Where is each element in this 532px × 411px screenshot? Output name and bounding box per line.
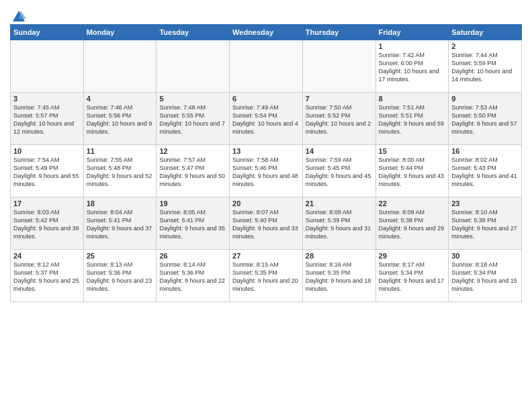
day-info: Sunrise: 8:18 AMSunset: 5:34 PMDaylight:… [451, 261, 519, 293]
day-info: Sunrise: 8:13 AMSunset: 5:36 PMDaylight:… [87, 261, 154, 293]
day-number: 8 [379, 95, 446, 103]
calendar-table: SundayMondayTuesdayWednesdayThursdayFrid… [10, 24, 522, 302]
calendar-cell [83, 40, 157, 93]
day-number: 7 [306, 95, 373, 103]
day-info: Sunrise: 8:10 AMSunset: 5:38 PMDaylight:… [451, 208, 519, 241]
header [10, 7, 522, 21]
calendar-week-row: 3Sunrise: 7:45 AMSunset: 5:57 PMDaylight… [11, 93, 522, 145]
day-info: Sunrise: 8:05 AMSunset: 5:41 PMDaylight:… [159, 208, 226, 241]
day-number: 4 [87, 95, 154, 103]
calendar-cell: 25Sunrise: 8:13 AMSunset: 5:36 PMDayligh… [83, 250, 157, 302]
calendar-cell: 1Sunrise: 7:42 AMSunset: 6:00 PMDaylight… [375, 40, 449, 93]
calendar-cell: 6Sunrise: 7:49 AMSunset: 5:54 PMDaylight… [230, 93, 303, 145]
calendar-cell: 15Sunrise: 8:00 AMSunset: 5:44 PMDayligh… [375, 145, 449, 197]
day-info: Sunrise: 7:51 AMSunset: 5:51 PMDaylight:… [379, 103, 446, 136]
day-info: Sunrise: 7:49 AMSunset: 5:54 PMDaylight:… [232, 103, 300, 136]
day-number: 30 [451, 252, 519, 260]
day-number: 9 [451, 95, 519, 103]
day-info: Sunrise: 7:44 AMSunset: 5:59 PMDaylight:… [451, 51, 519, 84]
calendar-cell [230, 40, 303, 93]
calendar-cell: 5Sunrise: 7:48 AMSunset: 5:55 PMDaylight… [157, 93, 230, 145]
calendar-week-row: 1Sunrise: 7:42 AMSunset: 6:00 PMDaylight… [11, 40, 522, 93]
day-info: Sunrise: 7:42 AMSunset: 6:00 PMDaylight:… [379, 51, 446, 84]
calendar-cell: 28Sunrise: 8:16 AMSunset: 5:35 PMDayligh… [302, 250, 375, 302]
day-info: Sunrise: 7:58 AMSunset: 5:46 PMDaylight:… [232, 156, 300, 189]
calendar-cell: 24Sunrise: 8:12 AMSunset: 5:37 PMDayligh… [11, 250, 84, 302]
calendar-cell: 30Sunrise: 8:18 AMSunset: 5:34 PMDayligh… [449, 250, 522, 302]
day-info: Sunrise: 8:15 AMSunset: 5:35 PMDaylight:… [232, 261, 300, 293]
day-number: 12 [159, 147, 226, 155]
day-info: Sunrise: 8:07 AMSunset: 5:40 PMDaylight:… [232, 208, 300, 241]
weekday-header-friday: Friday [375, 25, 449, 40]
day-info: Sunrise: 7:55 AMSunset: 5:48 PMDaylight:… [87, 156, 154, 189]
day-number: 13 [232, 147, 300, 155]
calendar-cell: 29Sunrise: 8:17 AMSunset: 5:34 PMDayligh… [375, 250, 449, 302]
weekday-header-thursday: Thursday [302, 25, 375, 40]
calendar-cell: 13Sunrise: 7:58 AMSunset: 5:46 PMDayligh… [230, 145, 303, 197]
day-info: Sunrise: 8:03 AMSunset: 5:42 PMDaylight:… [13, 208, 81, 241]
day-number: 15 [379, 147, 446, 155]
day-info: Sunrise: 7:53 AMSunset: 5:50 PMDaylight:… [451, 103, 519, 136]
day-number: 16 [451, 147, 519, 155]
calendar-cell: 22Sunrise: 8:09 AMSunset: 5:38 PMDayligh… [375, 197, 449, 250]
calendar-cell: 14Sunrise: 7:59 AMSunset: 5:45 PMDayligh… [302, 145, 375, 197]
day-number: 2 [451, 42, 519, 50]
day-info: Sunrise: 8:16 AMSunset: 5:35 PMDaylight:… [306, 261, 373, 293]
day-info: Sunrise: 7:54 AMSunset: 5:49 PMDaylight:… [13, 156, 81, 189]
day-number: 14 [306, 147, 373, 155]
calendar-cell: 11Sunrise: 7:55 AMSunset: 5:48 PMDayligh… [83, 145, 157, 197]
day-number: 26 [159, 252, 226, 260]
day-number: 21 [306, 199, 373, 208]
calendar-cell: 2Sunrise: 7:44 AMSunset: 5:59 PMDaylight… [449, 40, 522, 93]
weekday-header-saturday: Saturday [449, 25, 522, 40]
day-number: 22 [379, 199, 446, 208]
day-number: 6 [232, 95, 300, 103]
day-number: 19 [159, 199, 226, 208]
day-info: Sunrise: 8:02 AMSunset: 5:43 PMDaylight:… [451, 156, 519, 189]
calendar-cell: 9Sunrise: 7:53 AMSunset: 5:50 PMDaylight… [449, 93, 522, 145]
day-number: 3 [13, 95, 81, 103]
day-number: 1 [379, 42, 446, 50]
day-info: Sunrise: 7:45 AMSunset: 5:57 PMDaylight:… [13, 103, 81, 136]
day-info: Sunrise: 8:17 AMSunset: 5:34 PMDaylight:… [379, 261, 446, 293]
day-number: 11 [87, 147, 154, 155]
calendar-cell [157, 40, 230, 93]
svg-marker-1 [19, 11, 26, 19]
calendar-cell [302, 40, 375, 93]
day-number: 27 [232, 252, 300, 260]
weekday-header-sunday: Sunday [11, 25, 84, 40]
calendar-cell: 17Sunrise: 8:03 AMSunset: 5:42 PMDayligh… [11, 197, 84, 250]
day-number: 23 [451, 199, 519, 208]
calendar-cell [11, 40, 84, 93]
page-container: SundayMondayTuesdayWednesdayThursdayFrid… [0, 0, 532, 306]
calendar-week-row: 24Sunrise: 8:12 AMSunset: 5:37 PMDayligh… [11, 250, 522, 302]
day-info: Sunrise: 8:14 AMSunset: 5:36 PMDaylight:… [159, 261, 226, 293]
day-info: Sunrise: 8:09 AMSunset: 5:38 PMDaylight:… [379, 208, 446, 241]
day-number: 28 [306, 252, 373, 260]
calendar-cell: 10Sunrise: 7:54 AMSunset: 5:49 PMDayligh… [11, 145, 84, 197]
day-number: 5 [159, 95, 226, 103]
day-info: Sunrise: 8:08 AMSunset: 5:39 PMDaylight:… [306, 208, 373, 241]
weekday-header-monday: Monday [83, 25, 157, 40]
day-info: Sunrise: 7:50 AMSunset: 5:52 PMDaylight:… [306, 103, 373, 136]
day-info: Sunrise: 7:48 AMSunset: 5:55 PMDaylight:… [159, 103, 226, 136]
day-number: 25 [87, 252, 154, 260]
calendar-cell: 3Sunrise: 7:45 AMSunset: 5:57 PMDaylight… [11, 93, 84, 145]
logo [10, 9, 26, 21]
calendar-cell: 8Sunrise: 7:51 AMSunset: 5:51 PMDaylight… [375, 93, 449, 145]
day-number: 24 [13, 252, 81, 260]
day-number: 20 [232, 199, 300, 208]
calendar-cell: 7Sunrise: 7:50 AMSunset: 5:52 PMDaylight… [302, 93, 375, 145]
day-number: 29 [379, 252, 446, 260]
day-info: Sunrise: 8:00 AMSunset: 5:44 PMDaylight:… [379, 156, 446, 189]
calendar-cell: 18Sunrise: 8:04 AMSunset: 5:41 PMDayligh… [83, 197, 157, 250]
calendar-cell: 23Sunrise: 8:10 AMSunset: 5:38 PMDayligh… [449, 197, 522, 250]
day-info: Sunrise: 8:12 AMSunset: 5:37 PMDaylight:… [13, 261, 81, 293]
day-number: 10 [13, 147, 81, 155]
calendar-cell: 4Sunrise: 7:46 AMSunset: 5:56 PMDaylight… [83, 93, 157, 145]
calendar-week-row: 10Sunrise: 7:54 AMSunset: 5:49 PMDayligh… [11, 145, 522, 197]
day-info: Sunrise: 7:57 AMSunset: 5:47 PMDaylight:… [159, 156, 226, 189]
weekday-header-tuesday: Tuesday [157, 25, 230, 40]
calendar-cell: 12Sunrise: 7:57 AMSunset: 5:47 PMDayligh… [157, 145, 230, 197]
day-number: 17 [13, 199, 81, 208]
